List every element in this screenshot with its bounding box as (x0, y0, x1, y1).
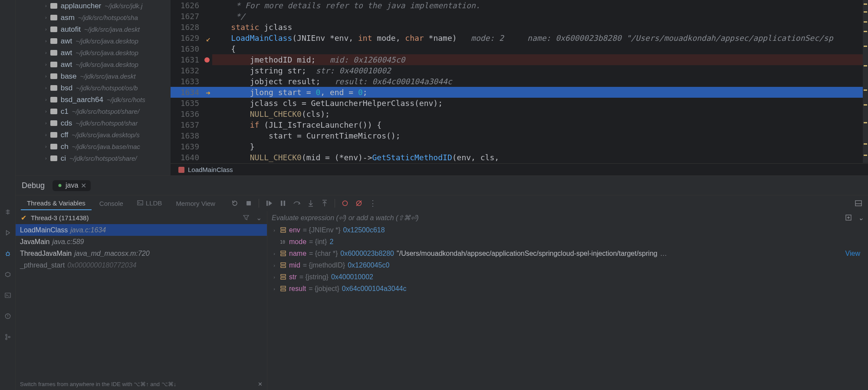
more-icon[interactable]: ⋮ (369, 199, 377, 207)
close-icon[interactable]: ✕ (258, 381, 263, 387)
code-editor[interactable]: 1626 * For more details refer to the jav… (171, 0, 868, 175)
variable-icon (279, 274, 286, 281)
pause-icon[interactable] (279, 199, 287, 207)
problems-icon[interactable] (3, 312, 12, 321)
step-over-icon[interactable] (293, 199, 301, 207)
tree-folder[interactable]: › applauncher ~/jdk/src/jdk.j (16, 0, 171, 12)
tree-folder[interactable]: › ci ~/jdk/src/hotspot/share/ (16, 152, 171, 164)
tree-folder[interactable]: › cds ~/jdk/src/hotspot/shar (16, 117, 171, 129)
svg-rect-31 (281, 289, 286, 291)
tree-folder[interactable]: › base ~/jdk/src/java.deskt (16, 70, 171, 82)
code-line[interactable]: 1626 * For more details refer to the jav… (171, 0, 868, 11)
svg-rect-9 (138, 201, 143, 205)
evaluate-input[interactable]: Evaluate expression (⏎) or add a watch (… (267, 211, 868, 224)
chevron-right-icon: › (45, 109, 47, 114)
mute-breakpoints-icon[interactable] (355, 199, 363, 207)
variable-row[interactable]: › name = {char *} 0x6000023b8280 "/Users… (267, 248, 868, 259)
chevron-right-icon: › (45, 62, 47, 67)
chevron-down-icon[interactable]: ⌄ (858, 214, 864, 222)
stack-frame[interactable]: JavaMain java.c:589 (16, 236, 267, 248)
resume-icon[interactable] (265, 199, 273, 207)
rerun-icon[interactable] (231, 199, 239, 207)
layout-icon[interactable] (855, 200, 862, 207)
code-line[interactable]: 1637 if (JLI_IsTraceLauncher()) { (171, 119, 868, 130)
svg-rect-28 (281, 274, 286, 276)
debug-panel: Debug java ✕ Threads & VariablesConsoleL… (16, 175, 868, 390)
frame-arrow-icon: ↙ (206, 33, 210, 43)
vcs-icon[interactable] (3, 333, 12, 341)
folder-icon (50, 3, 57, 9)
run-icon[interactable] (3, 228, 12, 237)
terminal-icon[interactable] (3, 291, 12, 300)
chevron-right-icon: › (45, 144, 47, 149)
code-line[interactable]: 1634➔ jlong start = 0, end = 0; (171, 87, 868, 98)
step-into-icon[interactable] (307, 199, 315, 207)
run-config-chip[interactable]: java ✕ (53, 180, 91, 191)
close-icon[interactable]: ✕ (81, 182, 86, 190)
tree-folder[interactable]: › bsd_aarch64 ~/jdk/src/hots (16, 94, 171, 106)
chevron-right-icon: › (272, 286, 277, 291)
add-watch-icon[interactable] (845, 214, 852, 221)
svg-marker-12 (269, 201, 272, 206)
code-line[interactable]: 1633 jobject result; result: 0x64c000104… (171, 76, 868, 87)
tree-folder[interactable]: › asm ~/jdk/src/hotspot/sha (16, 12, 171, 23)
code-line[interactable]: 1638 start = CurrentTimeMicros(); (171, 130, 868, 141)
thread-selector[interactable]: ✔ Thread-3 (1711438) ⌄ (16, 211, 267, 224)
svg-point-15 (342, 201, 347, 206)
chevron-right-icon: › (45, 73, 47, 79)
view-breakpoints-icon[interactable] (341, 199, 349, 207)
breakpoint-icon[interactable] (204, 57, 210, 63)
debug-icon[interactable] (3, 249, 12, 258)
variable-row[interactable]: › result = {jobject} 0x64c000104a3044c (267, 283, 868, 294)
tree-folder[interactable]: › awt ~/jdk/src/java.desktop (16, 47, 171, 59)
chevron-right-icon: › (45, 15, 47, 20)
minimap[interactable] (863, 0, 868, 163)
svg-point-7 (8, 336, 10, 338)
debug-tab[interactable]: Threads & Variables (21, 197, 92, 210)
code-line[interactable]: 1636 NULL_CHECK0(cls); (171, 109, 868, 119)
checkmark-icon: ✔ (21, 214, 26, 222)
variable-row[interactable]: › str = {jstring} 0x400010002 (267, 271, 868, 283)
view-link[interactable]: View (845, 250, 860, 258)
variables-panel: Evaluate expression (⏎) or add a watch (… (267, 211, 868, 390)
svg-rect-14 (283, 201, 285, 206)
debug-tab[interactable]: Console (93, 197, 129, 210)
variable-row[interactable]: › mid = {jmethodID} 0x1260045c0 (267, 259, 868, 271)
code-line[interactable]: 1629↙ LoadMainClass(JNIEnv *env, int mod… (171, 33, 868, 43)
filter-icon[interactable] (243, 215, 249, 221)
breadcrumb[interactable]: LoadMainClass (171, 163, 868, 175)
structure-icon[interactable] (3, 208, 12, 216)
chevron-right-icon: › (45, 85, 47, 90)
tree-folder[interactable]: › c1 ~/jdk/src/hotspot/share/ (16, 106, 171, 117)
svg-rect-18 (855, 201, 861, 206)
chevron-right-icon: › (272, 263, 277, 268)
stack-frame[interactable]: _pthread_start 0x0000000180772034 (16, 259, 267, 271)
tree-folder[interactable]: › awt ~/jdk/src/java.desktop (16, 59, 171, 70)
chevron-down-icon[interactable]: ⌄ (256, 214, 262, 222)
tree-folder[interactable]: › bsd ~/jdk/src/hotspot/os/b (16, 82, 171, 94)
project-tree[interactable]: › applauncher ~/jdk/src/jdk.j› asm ~/jdk… (16, 0, 171, 175)
chevron-right-icon: › (45, 3, 47, 8)
tree-folder[interactable]: › cff ~/jdk/src/java.desktop/s (16, 129, 171, 141)
code-line[interactable]: 1635 jclass cls = GetLauncherHelperClass… (171, 98, 868, 109)
svg-rect-24 (281, 251, 286, 253)
stack-frame[interactable]: ThreadJavaMain java_md_macosx.m:720 (16, 248, 267, 259)
code-line[interactable]: 1632 jstring str; str: 0x400010002 (171, 65, 868, 76)
services-icon[interactable] (3, 270, 12, 279)
stop-icon[interactable] (245, 199, 253, 207)
variable-row[interactable]: 10 mode = {int} 2 (267, 236, 868, 248)
tree-folder[interactable]: › ch ~/jdk/src/java.base/mac (16, 141, 171, 152)
code-line[interactable]: 1627 */ (171, 11, 868, 22)
code-line[interactable]: 1639 } (171, 141, 868, 152)
code-line[interactable]: 1630 { (171, 43, 868, 54)
code-line[interactable]: 1628 static jclass (171, 22, 868, 33)
code-line[interactable]: 1631 jmethodID mid; mid: 0x1260045c0 (171, 54, 868, 65)
code-line[interactable]: 1640 NULL_CHECK0(mid = (*env)->GetStatic… (171, 152, 868, 163)
stack-frame[interactable]: LoadMainClass java.c:1634 (16, 224, 267, 236)
tree-folder[interactable]: › autofit ~/jdk/src/java.deskt (16, 23, 171, 35)
debug-tab[interactable]: Memory View (170, 197, 221, 210)
tree-folder[interactable]: › awt ~/jdk/src/java.desktop (16, 35, 171, 47)
step-out-icon[interactable] (321, 199, 329, 207)
debug-tab[interactable]: LLDB (131, 197, 168, 210)
variable-row[interactable]: › env = {JNIEnv *} 0x12500c618 (267, 224, 868, 236)
